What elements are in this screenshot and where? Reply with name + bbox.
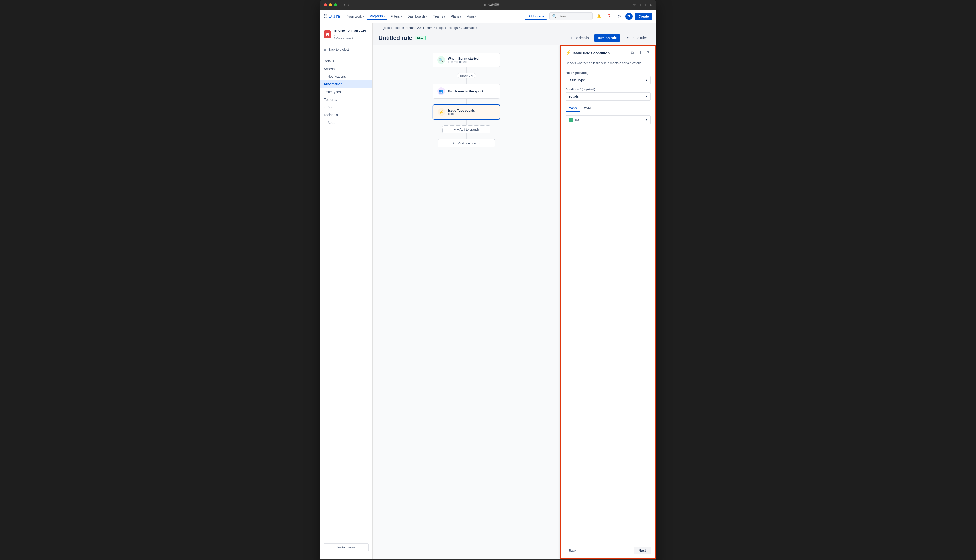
condition-select[interactable]: equals ▾ xyxy=(566,92,650,100)
trigger-node[interactable]: 🔍 When: Sprint started InIM24T board xyxy=(433,53,500,67)
invite-people-button[interactable]: Invite people xyxy=(324,543,369,552)
field-label: Field * (required) xyxy=(566,71,650,75)
search-input[interactable] xyxy=(558,14,590,18)
chevron-down-icon xyxy=(475,14,476,18)
back-nav-button[interactable]: ‹ xyxy=(343,2,346,7)
panel-description: Checks whether an issue's field meets a … xyxy=(561,59,655,67)
breadcrumb-current: Automation xyxy=(461,26,477,30)
logo-text: Jira xyxy=(333,14,340,18)
chevron-right-icon: › xyxy=(324,106,325,109)
search-icon: 🔍 xyxy=(552,14,557,18)
create-button[interactable]: Create xyxy=(635,13,652,20)
chevron-down-icon xyxy=(460,14,461,18)
project-type: Software project xyxy=(334,37,369,40)
breadcrumb-sep: / xyxy=(434,26,435,30)
add-component-button[interactable]: + + Add component xyxy=(438,139,495,147)
sidebar-item-issue-types[interactable]: Issue types xyxy=(320,88,373,96)
condition-icon: ⚡ xyxy=(438,108,445,116)
share-icon[interactable]: ⊕ xyxy=(633,3,636,7)
condition-label: Condition * (required) xyxy=(566,88,650,91)
project-header: iThome Ironman 2024 ... Software project xyxy=(320,27,373,44)
connector xyxy=(466,67,466,73)
panel-footer: Back Next xyxy=(561,543,655,558)
nav-apps[interactable]: Apps xyxy=(465,13,479,20)
breadcrumb-settings[interactable]: Project settings xyxy=(436,26,458,30)
notifications-button[interactable]: 🔔 xyxy=(595,12,603,20)
page-header: Untitled rule NEW Rule details Turn on r… xyxy=(373,32,656,45)
for-content: For: Issues in the sprint xyxy=(448,90,495,93)
rule-details-button[interactable]: Rule details xyxy=(568,35,592,41)
main-layout: iThome Ironman 2024 ... Software project… xyxy=(320,23,656,559)
panel-title-text: Issue fields condition xyxy=(573,51,610,55)
panel-icon: ⚡ xyxy=(566,50,571,55)
panel-header: ⚡ Issue fields condition ⧉ 🗑 ? xyxy=(561,46,655,59)
sidebar-item-apps[interactable]: › Apps xyxy=(320,119,373,127)
nav-dashboards[interactable]: Dashboards xyxy=(405,13,430,20)
avatar[interactable]: YL xyxy=(625,13,633,20)
minimize-button[interactable] xyxy=(329,3,332,7)
trigger-title: When: Sprint started xyxy=(448,57,495,60)
titlebar-icons: ⊕ □ ＋ ⧉ xyxy=(633,3,652,7)
page-title: Untitled rule xyxy=(378,35,412,41)
chevron-down-icon xyxy=(426,14,428,18)
settings-button[interactable]: ⚙ xyxy=(615,12,623,20)
nav-teams[interactable]: Teams xyxy=(431,13,448,20)
titlebar-nav: ‹ › xyxy=(343,2,350,7)
return-to-rules-button[interactable]: Return to rules xyxy=(622,35,650,41)
breadcrumb-projects[interactable]: Projects xyxy=(378,26,390,30)
sidebar-item-features[interactable]: Features xyxy=(320,96,373,103)
connector xyxy=(466,98,466,104)
sidebar-item-notifications[interactable]: › Notifications xyxy=(320,73,373,80)
maximize-button[interactable] xyxy=(334,3,337,7)
sidebar-spacer xyxy=(320,127,373,540)
bookmark-icon[interactable]: □ xyxy=(639,3,641,7)
back-to-project-link[interactable]: ⊕ Back to project xyxy=(320,46,373,53)
sidebar-divider xyxy=(320,55,373,55)
breadcrumb-team[interactable]: iThome Ironman 2024 Team xyxy=(394,26,433,30)
new-tab-icon[interactable]: ＋ xyxy=(643,3,647,7)
trigger-icon: 🔍 xyxy=(437,56,445,64)
add-to-branch-button[interactable]: + + Add to branch xyxy=(442,125,490,133)
project-name: iThome Ironman 2024 ... xyxy=(334,29,369,37)
value-select[interactable]: ✓ Item ▾ xyxy=(566,115,650,124)
turn-on-rule-button[interactable]: Turn on rule xyxy=(594,34,620,42)
condition-content: Issue Type equals Item xyxy=(448,109,495,116)
tab-value[interactable]: Value xyxy=(566,104,580,112)
close-button[interactable] xyxy=(324,3,327,7)
sidebar-item-automation[interactable]: Automation xyxy=(320,80,373,88)
upgrade-button[interactable]: ✦ Upgrade xyxy=(525,13,547,20)
sidebar-item-details[interactable]: Details xyxy=(320,57,373,65)
field-select[interactable]: Issue Type ▾ xyxy=(566,76,650,84)
condition-node[interactable]: ⚡ Issue Type equals Item xyxy=(433,104,500,120)
project-icon xyxy=(324,30,331,38)
nav-plans[interactable]: Plans xyxy=(448,13,463,20)
sidebar-item-access[interactable]: Access xyxy=(320,65,373,73)
nav-projects[interactable]: Projects xyxy=(367,13,387,20)
back-button[interactable]: Back xyxy=(566,547,580,555)
automation-canvas[interactable]: 🔍 When: Sprint started InIM24T board BRA… xyxy=(373,45,560,559)
delete-button[interactable]: 🗑 xyxy=(637,50,643,56)
tabs-icon[interactable]: ⧉ xyxy=(650,3,652,7)
chevron-down-icon: ▾ xyxy=(646,118,647,122)
sidebar-item-board[interactable]: › Board xyxy=(320,103,373,111)
forward-nav-button[interactable]: › xyxy=(347,2,350,7)
help-button[interactable]: ? xyxy=(645,50,650,56)
help-button[interactable]: ❓ xyxy=(605,12,613,20)
item-icon: ✓ xyxy=(569,118,573,122)
trigger-subtitle: InIM24T board xyxy=(448,60,495,63)
copy-button[interactable]: ⧉ xyxy=(630,50,635,56)
tab-field[interactable]: Field xyxy=(580,104,594,112)
main-window: ‹ › ▣ 私密瀏覽 ⊕ □ ＋ ⧉ ⠿ ⬡ Jira Your work Pr… xyxy=(320,0,656,560)
chevron-down-icon: ▾ xyxy=(646,95,647,98)
chevron-down-icon xyxy=(401,14,402,18)
search-box[interactable]: 🔍 xyxy=(550,12,593,20)
nav-your-work[interactable]: Your work xyxy=(344,13,366,20)
chevron-down-icon xyxy=(444,14,445,18)
next-button[interactable]: Next xyxy=(634,547,650,555)
nav-filters[interactable]: Filters xyxy=(388,13,404,20)
chevron-right-icon: › xyxy=(324,121,325,124)
sidebar-item-toolchain[interactable]: Toolchain xyxy=(320,111,373,119)
for-node[interactable]: 👥 For: Issues in the sprint xyxy=(433,84,500,98)
issue-fields-panel: ⚡ Issue fields condition ⧉ 🗑 ? Checks xyxy=(560,45,656,559)
connector xyxy=(466,78,466,84)
